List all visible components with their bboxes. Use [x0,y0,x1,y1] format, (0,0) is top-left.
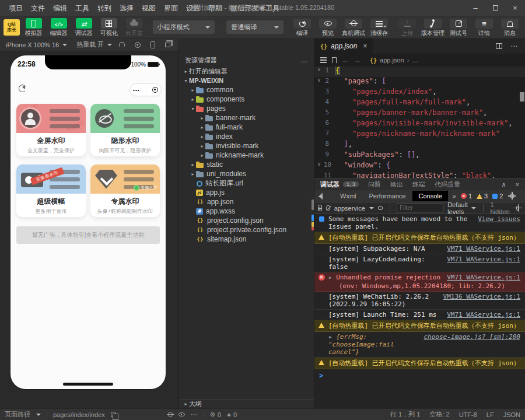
editor-tab-appjson[interactable]: {} app.json × [314,38,373,54]
multi-window-icon[interactable] [165,43,170,47]
feature-card[interactable]: 隐形水印 肉眼不可见，隐形保护 [90,104,160,156]
toolbar-action-button[interactable]: 详情 [473,18,496,37]
source-link[interactable]: choose-image.js? [sm]:200 [424,333,520,341]
toolbar-action-button[interactable]: 编译 [290,18,314,37]
toolbar-action-button[interactable]: 上传 [396,18,419,37]
tree-item[interactable]: 打开的编辑器 [179,66,314,76]
menu-item[interactable]: 微信开发者工具 [226,0,284,16]
tree-item[interactable]: banner-mark [179,113,314,123]
toolbar-button[interactable]: 编辑器 [47,17,70,37]
fold-chevron-icon[interactable] [314,77,324,88]
bookmark-icon[interactable] [332,57,337,64]
debugger-tab[interactable]: 问题 [368,180,381,189]
more-tabs-icon[interactable]: » [449,192,460,200]
clear-console-icon[interactable] [326,205,330,211]
devtools-tab[interactable]: Wxml [334,191,362,201]
fold-chevron-icon[interactable] [314,66,324,77]
menu-item[interactable]: 设置 [182,0,204,16]
indentation[interactable]: 空格: 2 [429,410,449,419]
source-link[interactable]: VM71 WAService.js:1 [447,274,520,281]
more-icon[interactable]: … [300,56,308,64]
menu-item[interactable]: 转到 [93,0,116,16]
toolbar-action-button[interactable]: 真机调试 [342,18,365,37]
tree-item[interactable]: app.js [179,188,314,197]
tree-item[interactable]: sitemap.json [179,235,314,244]
tree-item[interactable]: app.wxss [179,206,314,216]
fold-chevron-icon[interactable] [314,108,324,119]
copy-icon[interactable] [111,412,116,417]
debugger-tab[interactable]: 调试器1, 3 [320,180,359,189]
close-button[interactable]: × [505,0,525,16]
toolbar-button[interactable]: 模拟器 [22,17,45,37]
gear-icon[interactable] [516,206,519,211]
collapse-icon[interactable]: ∧ [502,181,506,188]
outline-section[interactable]: 大纲 [179,399,314,408]
toolbar-action-button[interactable]: 清缓存 [368,18,391,37]
phone-icon[interactable] [150,41,155,48]
eol[interactable]: LF [487,410,494,419]
preview-eye-icon[interactable] [178,412,185,416]
forward-arrow-icon[interactable]: → [354,56,361,64]
fold-chevron-icon[interactable] [314,88,324,98]
tree-item[interactable]: MP-WEIXIN [179,76,314,85]
compile-mode-select[interactable]: 普通编译 [226,20,284,34]
toolbar-button[interactable]: 可视化 [97,17,120,37]
menu-item[interactable]: 视图 [138,0,160,16]
source-link[interactable]: View issues [478,215,520,223]
refresh-icon[interactable] [19,85,26,92]
debugger-tab[interactable]: 代码质量 [435,180,460,189]
hot-reload-toggle[interactable]: 热重载 开 [76,40,112,49]
run-icon[interactable] [318,205,322,211]
menu-item[interactable]: 项目 [5,0,27,16]
source-link[interactable]: VM71 WAService.js:1 [447,311,520,318]
log-levels-select[interactable]: Default levels [447,201,476,215]
fold-chevron-icon[interactable] [314,172,324,178]
maximize-button[interactable] [485,0,505,16]
page-path-select[interactable]: 页面路径 [5,410,41,419]
avatar[interactable]: Q站 库长 [4,19,20,36]
cursor-position[interactable]: 行 1，列 1 [390,410,420,419]
toolbar-button[interactable]: 调试器 [72,17,95,37]
minimize-button[interactable]: – [466,0,485,16]
menu-item[interactable]: 工具 [71,0,93,16]
rotate-icon[interactable] [119,42,125,48]
menu-item[interactable]: 文件 [27,0,49,16]
tree-item[interactable]: 站长图库.url [179,178,314,188]
tree-item[interactable]: project.config.json [179,216,314,225]
outline-menu-icon[interactable] [320,57,327,58]
filter-input[interactable] [397,204,443,212]
tab-close-icon[interactable]: × [363,42,367,50]
device-select[interactable]: iPhone X 100% 16 [6,41,67,48]
menu-item[interactable]: 界面 [160,0,182,16]
debugger-tab[interactable]: 终端 [412,180,425,189]
tree-item[interactable]: index [179,132,314,141]
code-editor[interactable]: 1 { 2 "pages": [ 3 " [314,66,525,178]
fold-chevron-icon[interactable] [314,140,324,150]
more-icon[interactable]: ⋯ [510,42,518,50]
fold-chevron-icon[interactable] [314,98,324,108]
warning-count[interactable]: 3 [477,192,488,200]
mode-select[interactable]: 小程序模式 [153,20,215,34]
tree-item[interactable]: components [179,94,314,104]
fold-chevron-icon[interactable] [314,150,324,161]
menu-item[interactable]: 编辑 [49,0,71,16]
console-prompt[interactable]: > [314,369,525,382]
back-arrow-icon[interactable]: ← [342,56,349,64]
tree-item[interactable]: nickname-mark [179,150,314,160]
source-link[interactable]: VM136 WAService.js:1 [443,293,520,300]
close-icon[interactable]: × [516,181,519,188]
kebab-menu-icon[interactable]: ⋮ [522,192,525,200]
context-select[interactable]: appservice [334,205,374,212]
close-target-icon[interactable] [152,87,158,93]
tree-item[interactable]: full-mark [179,123,314,132]
language-mode[interactable]: JSON [503,410,520,419]
fold-chevron-icon[interactable] [314,130,324,140]
editor-scrollbar[interactable] [520,92,524,102]
menu-item[interactable]: 选择 [116,0,138,16]
tree-item[interactable]: pages [179,104,314,113]
record-icon[interactable] [135,42,141,48]
devtools-tab[interactable]: Performance [363,191,412,201]
fold-chevron-icon[interactable] [314,161,324,172]
inspect-icon[interactable] [321,193,323,200]
gear-icon[interactable] [510,194,514,198]
